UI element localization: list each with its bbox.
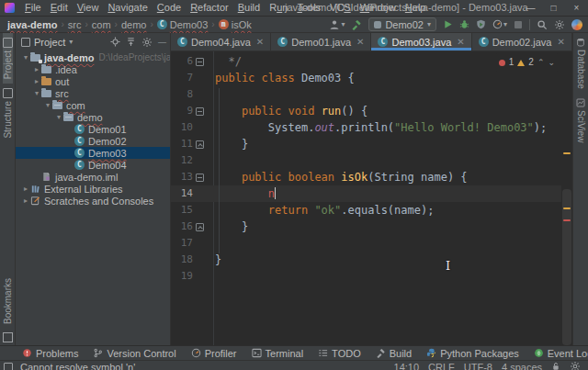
run-button[interactable] xyxy=(443,19,453,29)
scrollbar-thumb[interactable] xyxy=(562,189,571,345)
tab-demo02[interactable]: CDemo02.java✕ xyxy=(472,33,572,50)
toolwindow-version-control[interactable]: Version Control xyxy=(93,348,175,359)
code-line-10[interactable]: 10 System.out.println("Hello World! Demo… xyxy=(171,119,561,136)
tree-item-scratches-and-consoles[interactable]: ▸Scratches and Consoles xyxy=(16,195,170,207)
toolwindow-profiler[interactable]: Profiler xyxy=(191,348,237,359)
view-options-button[interactable] xyxy=(141,37,153,48)
chevron-down-icon[interactable]: ▾ xyxy=(32,89,41,97)
lock-icon[interactable] xyxy=(551,362,560,370)
tree-item-java-demo[interactable]: ▾java-demoD:\IdeaProjects\java-demo xyxy=(16,51,170,63)
line-number[interactable]: 14 xyxy=(171,185,193,202)
chevron-right-icon[interactable]: ▸ xyxy=(21,196,30,205)
line-number[interactable]: 6 xyxy=(171,53,193,70)
code-line-8[interactable]: 8 xyxy=(171,86,561,103)
line-number[interactable]: 16 xyxy=(171,219,193,235)
toolwindow-event-log[interactable]: Event Log xyxy=(534,348,588,359)
code-line-7[interactable]: 7public class Demo03 { xyxy=(171,70,561,86)
tree-item-external-libraries[interactable]: ▸External Libraries xyxy=(16,183,170,195)
code-line-18[interactable]: 18} xyxy=(171,252,561,268)
tree-item-java-demo-iml[interactable]: java-demo.iml xyxy=(16,171,170,183)
tree-item-demo03[interactable]: CDemo03 xyxy=(16,147,170,159)
breadcrumb-item-src[interactable]: src xyxy=(68,19,82,30)
indent-widget[interactable]: 4 spaces xyxy=(502,362,542,370)
toolwindow-todo[interactable]: TODO xyxy=(318,348,361,359)
user-menu-button[interactable]: ▾ xyxy=(329,19,345,30)
menu-code[interactable]: Code xyxy=(153,0,186,16)
tree-item-demo[interactable]: ▾demo xyxy=(16,111,170,123)
tool-window-grid-icon[interactable] xyxy=(3,332,13,342)
code-line-12[interactable]: 12 xyxy=(171,152,561,169)
tree-item-demo02[interactable]: CDemo02 xyxy=(16,135,170,147)
code-line-9[interactable]: 9 public void run() { xyxy=(171,103,561,119)
next-problem-icon[interactable]: ⌄ xyxy=(548,54,555,71)
tree-item--idea[interactable]: ▸.idea xyxy=(16,63,170,75)
line-number[interactable]: 10 xyxy=(171,119,193,136)
code-line-15[interactable]: 15 return "ok".equals(name); xyxy=(171,202,561,219)
chevron-right-icon[interactable]: ▸ xyxy=(32,65,41,73)
menu-refactor[interactable]: Refactor xyxy=(186,0,233,16)
code-line-14[interactable]: 14 n xyxy=(171,185,561,202)
tool-window-switcher-icon[interactable] xyxy=(4,363,13,370)
profile-avatar-button[interactable] xyxy=(571,19,582,30)
close-icon[interactable]: ✕ xyxy=(356,37,364,47)
fold-marker-end-icon[interactable] xyxy=(196,223,204,231)
code-line-13[interactable]: 13 public boolean isOk(String name) { xyxy=(171,169,561,185)
code-line-16[interactable]: 16 } xyxy=(171,219,561,235)
tree-item-demo04[interactable]: CDemo04 xyxy=(16,159,170,171)
debug-button[interactable] xyxy=(459,19,469,29)
encoding-widget[interactable]: UTF-8 xyxy=(464,362,492,370)
prev-problem-icon[interactable]: ⌃ xyxy=(537,54,545,71)
code-line-17[interactable]: 17 xyxy=(171,235,561,252)
sidebar-item-bookmarks[interactable]: Bookmarks xyxy=(3,274,13,329)
menu-build[interactable]: Build xyxy=(233,0,265,16)
code-editor[interactable]: 6 */7public class Demo03 {89 public void… xyxy=(171,51,572,345)
line-number[interactable]: 12 xyxy=(171,152,193,169)
menu-edit[interactable]: Edit xyxy=(46,0,73,16)
sidebar-item-database[interactable]: Database xyxy=(576,33,586,94)
tree-item-src[interactable]: ▾src xyxy=(16,87,170,99)
chevron-right-icon[interactable]: ▸ xyxy=(32,77,41,85)
close-icon[interactable]: ✕ xyxy=(457,37,464,47)
tab-demo01[interactable]: CDemo01.java✕ xyxy=(271,33,371,50)
menu-view[interactable]: View xyxy=(73,0,104,16)
chevron-down-icon[interactable]: ▾ xyxy=(54,113,63,121)
error-stripe[interactable] xyxy=(561,51,572,345)
menu-navigate[interactable]: Navigate xyxy=(103,0,152,16)
caret-position-widget[interactable]: 14:10 xyxy=(394,362,420,370)
toolwindow-build[interactable]: Build xyxy=(376,348,412,359)
run-with-coverage-button[interactable] xyxy=(476,19,486,29)
tree-item-out[interactable]: ▸out xyxy=(16,75,170,87)
tree-item-com[interactable]: ▾com xyxy=(16,99,170,111)
fold-marker-end-icon[interactable] xyxy=(196,140,204,149)
run-configuration-select[interactable]: Demo02▾ xyxy=(368,17,436,31)
highlighting-level-icon[interactable] xyxy=(570,361,581,370)
toolwindow-python-packages[interactable]: Python Packages xyxy=(426,348,519,359)
locate-file-button[interactable] xyxy=(110,37,120,47)
chevron-down-icon[interactable]: ▾ xyxy=(43,101,52,109)
settings-button[interactable] xyxy=(554,19,565,30)
breadcrumb-item-com[interactable]: com xyxy=(92,19,111,30)
fold-marker-collapse-icon[interactable] xyxy=(196,174,204,182)
project-panel-title[interactable]: Project xyxy=(34,37,65,48)
menu-file[interactable]: File xyxy=(20,0,46,16)
line-ending-widget[interactable]: CRLF xyxy=(428,362,455,370)
inspections-widget[interactable]: 1 2 ⌃ ⌄ xyxy=(496,53,558,72)
tree-item-demo01[interactable]: CDemo01 xyxy=(16,123,170,135)
chevron-down-icon[interactable]: ▾ xyxy=(69,39,73,46)
toolwindow-problems[interactable]: Problems xyxy=(22,348,78,359)
line-number[interactable]: 15 xyxy=(171,202,193,219)
toolwindow-terminal[interactable]: Terminal xyxy=(252,348,304,359)
line-number[interactable]: 13 xyxy=(171,169,193,185)
warning-stripe-mark[interactable] xyxy=(563,152,571,154)
maximize-button[interactable]: □ xyxy=(542,0,565,16)
line-number[interactable]: 9 xyxy=(171,103,193,119)
chevron-right-icon[interactable]: ▸ xyxy=(21,185,30,193)
close-icon[interactable]: ✕ xyxy=(557,37,564,47)
sidebar-item-project[interactable]: Project xyxy=(3,33,13,84)
line-number[interactable]: 8 xyxy=(171,86,193,103)
hide-panel-button[interactable]: — xyxy=(158,38,166,47)
line-number[interactable]: 7 xyxy=(171,70,193,86)
breadcrumb-item-isok[interactable]: misOk xyxy=(219,19,252,30)
line-number[interactable]: 17 xyxy=(171,235,193,252)
code-line-11[interactable]: 11 } xyxy=(171,136,561,152)
